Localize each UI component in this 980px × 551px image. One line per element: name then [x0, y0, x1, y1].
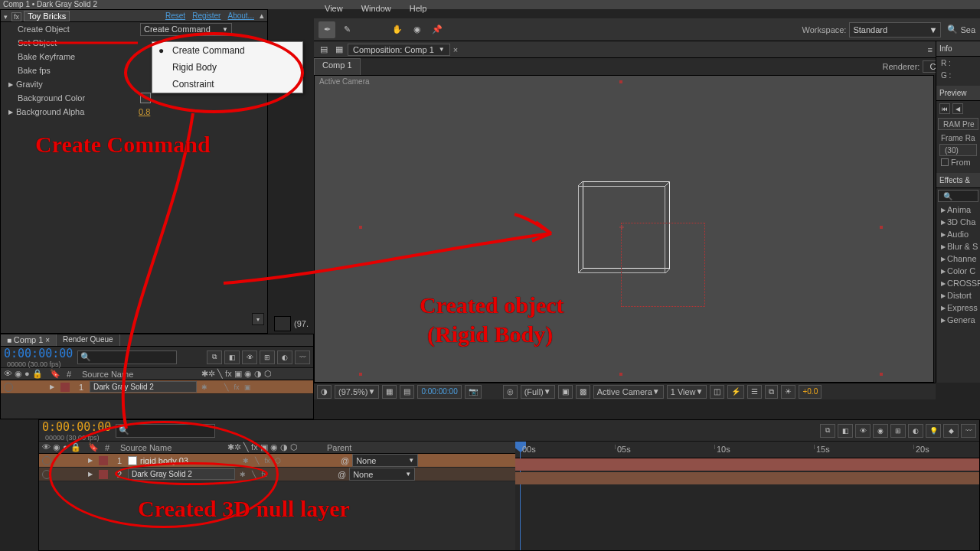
twirl-icon[interactable]: ▶ — [8, 109, 13, 116]
effects-search[interactable]: 🔍 — [938, 190, 978, 202]
visibility-toggle[interactable] — [42, 470, 51, 479]
hash-icon[interactable]: 🔖 — [47, 369, 64, 379]
switch[interactable]: ╲ — [249, 470, 258, 479]
brush-tool-icon[interactable]: ✎ — [338, 21, 355, 38]
draft-3d-icon[interactable]: ◧ — [224, 350, 240, 364]
tab-comp1[interactable]: Comp 1 — [314, 58, 361, 75]
collapse-icon[interactable]: ▴ — [260, 11, 264, 20]
handle[interactable] — [880, 373, 883, 376]
option-constraint[interactable]: Constraint — [152, 76, 302, 93]
pin-icon[interactable]: 📌 — [429, 21, 446, 38]
handle[interactable] — [880, 226, 883, 229]
switch-3d[interactable]: ⬡ — [273, 456, 283, 465]
preset-cat[interactable]: ▶Audio — [936, 228, 980, 240]
comp-flowchart-icon[interactable]: ⧉ — [765, 385, 778, 399]
roi-icon[interactable]: ▣ — [558, 385, 573, 399]
layer-name[interactable]: rigid body 03 — [140, 456, 238, 465]
fast-previews-icon[interactable]: ⚡ — [727, 385, 744, 399]
timeline-tracks[interactable]: 00s 05s 10s 15s 20s — [515, 442, 979, 550]
time-ruler[interactable]: 00s 05s 10s 15s 20s — [515, 442, 979, 458]
register-link[interactable]: Register — [192, 11, 220, 20]
tab-comp1-timeline[interactable]: ■ Comp 1 × — [1, 334, 57, 346]
draft-3d-icon[interactable]: ◧ — [838, 424, 853, 438]
about-link[interactable]: About... — [227, 11, 253, 20]
views-select[interactable]: 1 View ▼ — [667, 385, 707, 399]
current-time-display[interactable]: 0:00:00:00 — [4, 347, 73, 360]
frame-blend-icon[interactable]: ⊞ — [260, 350, 275, 364]
twirl-icon[interactable]: ▶ — [88, 457, 93, 464]
composition-viewport[interactable]: Active Camera — [314, 75, 934, 383]
preset-cat[interactable]: ▶Distort — [936, 289, 980, 302]
layer-name[interactable]: Dark Gray Solid 2 — [90, 381, 197, 393]
switch[interactable]: ╲ — [221, 383, 230, 392]
timeline-icon[interactable]: ☰ — [747, 385, 762, 399]
visibility-toggle[interactable] — [42, 456, 51, 465]
layer-color[interactable] — [99, 470, 108, 479]
safe-zones-icon[interactable]: ▦ — [382, 385, 397, 399]
switch[interactable]: ▣ — [243, 383, 252, 392]
pen-tool-icon[interactable]: ✒ — [318, 21, 335, 38]
layer-search[interactable]: 🔍 — [116, 424, 215, 438]
option-rigid-body[interactable]: Rigid Body — [152, 59, 302, 76]
grid-icon[interactable]: ▤ — [400, 385, 414, 399]
switch[interactable]: ╲ — [252, 456, 261, 465]
fps-value[interactable]: (30) — [939, 144, 977, 156]
parent-pickwhip-icon[interactable]: @ — [341, 456, 349, 465]
menu-help[interactable]: Help — [400, 1, 436, 16]
layer-row-rigid-body[interactable]: ▶ 1 rigid body 03 ✱ ╲ fx ⬡ @ None▼ — [39, 454, 515, 468]
preset-cat[interactable]: ▶Anima — [936, 204, 980, 216]
handle[interactable] — [359, 226, 362, 229]
layer-row-solid[interactable]: ▶ 2 Dark Gray Solid 2 ✱ ╲ fx @ None▼ — [39, 468, 515, 481]
zoom-select[interactable]: (97.5%) ▼ — [335, 385, 379, 399]
preset-cat[interactable]: ▶Express — [936, 302, 980, 314]
parent-select[interactable]: None▼ — [352, 454, 418, 467]
handle[interactable] — [619, 80, 622, 83]
panel-menu-icon[interactable]: ≡ — [928, 45, 933, 54]
switch-fx[interactable]: fx — [232, 383, 241, 392]
plugin-name[interactable]: Toy Bricks — [24, 11, 70, 21]
preset-cat[interactable]: ▶Color C — [936, 265, 980, 277]
reset-link[interactable]: Reset — [165, 11, 185, 20]
menu-view[interactable]: View — [315, 1, 352, 16]
panel-effects[interactable]: Effects & — [936, 173, 980, 188]
parent-pickwhip-icon[interactable]: @ — [338, 470, 346, 479]
comp-icon[interactable]: ▦ — [332, 43, 346, 57]
flowchart-icon[interactable]: ▤ — [317, 43, 331, 57]
layer-color[interactable] — [60, 383, 70, 392]
pixel-aspect-icon[interactable]: ◫ — [710, 385, 724, 399]
frame-blend-icon[interactable]: ⊞ — [890, 424, 906, 438]
handle[interactable] — [359, 373, 362, 376]
hash-icon[interactable]: 🔖 — [85, 442, 102, 452]
handle[interactable] — [619, 373, 622, 376]
auto-keyframe-icon[interactable]: ◆ — [943, 424, 959, 438]
live-update-icon[interactable]: ◉ — [873, 424, 888, 438]
exposure-value[interactable]: +0.0 — [799, 385, 822, 399]
layer-search[interactable]: 🔍 — [77, 350, 177, 364]
switch[interactable]: ✱ — [241, 456, 250, 465]
create-command-combo[interactable]: Create Command ▼ — [140, 23, 232, 36]
composition-mini-flowchart-icon[interactable]: ⧉ — [207, 350, 222, 364]
snap-icon[interactable]: ◉ — [409, 21, 426, 38]
search-help-button[interactable]: 🔍 Sea — [947, 24, 975, 34]
scroll-down-icon[interactable]: ▾ — [252, 313, 264, 325]
hide-shy-icon[interactable]: 👁 — [855, 424, 871, 438]
visibility-toggle[interactable] — [4, 383, 13, 392]
preset-cat[interactable]: ▶Channe — [936, 253, 980, 265]
composition-mini-flowchart-icon[interactable]: ⧉ — [820, 424, 835, 438]
workspace-select[interactable]: Standard▼ — [849, 22, 941, 37]
panel-preview[interactable]: Preview — [936, 86, 980, 101]
snapshot-icon[interactable]: 📷 — [465, 385, 482, 399]
comp-breadcrumb[interactable]: Composition: Comp 1▼ — [348, 44, 450, 56]
current-time-display[interactable]: 0:00:00:00 — [42, 420, 111, 434]
switch-fx[interactable]: fx — [263, 456, 272, 465]
current-time[interactable]: 0:00:00:00 — [417, 385, 461, 399]
layer-name[interactable]: Dark Gray Solid 2 — [128, 468, 235, 480]
preset-cat[interactable]: ▶Blur & S — [936, 240, 980, 253]
twirl-icon[interactable]: ▶ — [50, 383, 54, 390]
hide-shy-icon[interactable]: 👁 — [242, 350, 257, 364]
ram-preview-button[interactable]: RAM Pre — [938, 118, 978, 130]
channels-icon[interactable]: ◎ — [503, 385, 518, 399]
preset-cat[interactable]: ▶Genera — [936, 314, 980, 326]
preset-cat[interactable]: ▶3D Cha — [936, 216, 980, 228]
twirl-icon[interactable]: ▾ — [4, 13, 8, 21]
